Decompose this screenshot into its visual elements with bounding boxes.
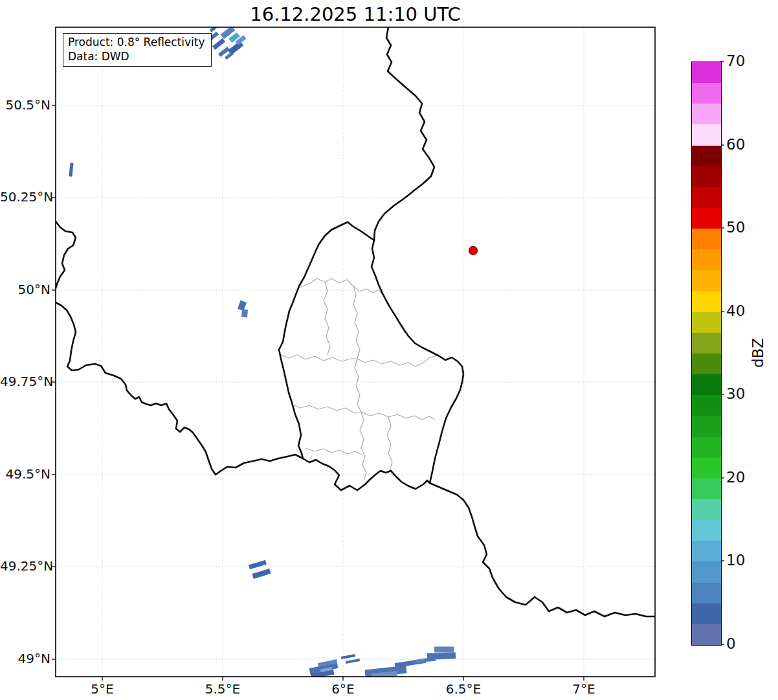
country-border-line [374,27,434,240]
radar-echo [252,569,271,579]
data-source-line: Data: DWD [68,49,205,63]
colorbar-band [692,208,721,229]
colorbar-band [692,104,721,124]
radar-echoes [69,25,456,679]
canton-border-line [291,404,361,413]
colorbar-tick-label: 0 [726,635,736,652]
colorbar-tick-label: 20 [726,469,745,486]
graticule-gridlines [56,27,655,677]
radar-echo [228,41,243,55]
canton-border-line [353,286,360,359]
y-tick-label: 50°N [0,282,50,297]
colorbar-band [692,146,721,166]
colorbar-band [692,437,721,458]
radar-echo [238,300,247,311]
y-tick-label: 50.5°N [0,97,50,113]
canton-border-line [280,355,357,361]
colorbar-band [692,62,721,83]
x-tick-label: 5.5°E [194,681,252,697]
country-border-line [372,240,463,483]
colorbar-band [692,333,721,354]
colorbar-tick-label: 40 [726,302,745,319]
colorbar-band [692,249,721,270]
colorbar-band [692,458,721,479]
radar-echo [212,38,225,50]
country-border-line [56,221,76,288]
radar-echo [241,310,248,318]
radar-map-figure: 16.12.2025 11:10 UTC Product: 0.8° Refle… [0,0,778,700]
colorbar-band [692,583,721,604]
colorbar-band [692,416,721,436]
canton-border-line [387,417,394,477]
canton-border-line [360,412,366,480]
colorbar-band [692,166,721,187]
colorbar-band [692,124,721,145]
country-border-line [348,222,374,240]
colorbar-tick-label: 50 [726,219,745,236]
x-tick-label: 6.5°E [434,681,493,697]
colorbar-band [692,83,721,104]
plot-frame [56,27,655,677]
radar-echo [225,52,234,60]
map-canvas [0,0,778,700]
colorbar-band [692,354,721,374]
radar-echo [341,654,355,659]
colorbar-band [692,291,721,312]
colorbar-tick-label: 70 [726,52,745,69]
canton-border-line [324,282,330,355]
colorbar-band [692,229,721,249]
y-tick-label: 49.5°N [0,466,50,482]
colorbar-tick-label: 30 [726,385,745,402]
y-tick-label: 49.75°N [0,374,50,389]
country-border-line [56,302,303,475]
colorbar-tick-label: 60 [726,136,745,153]
colorbar-band [692,187,721,208]
radar-echo [210,25,218,32]
y-tick-label: 50.25°N [0,189,50,205]
page-title: 16.12.2025 11:10 UTC [56,3,655,25]
canton-borders [280,278,438,480]
x-tick-label: 6°E [314,681,372,697]
x-tick-label: 7°E [555,681,613,697]
colorbar-band [692,374,721,395]
colorbar-band [692,499,721,520]
canton-border-line [306,448,362,455]
colorbar-band [692,604,721,624]
canton-border-line [357,356,438,367]
colorbar-band [692,624,721,645]
canton-border-line [300,278,353,288]
y-tick-label: 49°N [0,651,50,666]
colorbar-band [692,270,721,291]
radar-echo [434,647,454,653]
radar-echo [69,163,73,176]
colorbar-band [692,479,721,499]
country-border-line [279,222,348,458]
colorbar-tick-label: 10 [726,552,745,569]
x-tick-label: 5°E [73,681,131,697]
colorbar-unit-label: dBZ [750,333,768,372]
colorbar-band [692,395,721,416]
product-info-box: Product: 0.8° Reflectivity Data: DWD [63,33,212,67]
colorbar-band [692,541,721,561]
canton-border-line [361,412,435,420]
colorbar-band [692,561,721,582]
map-plot-area [56,25,655,679]
canton-border-line [355,359,361,412]
country-borders [56,27,655,616]
colorbar-band [692,520,721,541]
axis-tick-marks [52,62,724,681]
y-tick-label: 49.25°N [0,558,50,574]
colorbar-band [692,312,721,333]
radar-echo [249,560,267,570]
reflectivity-colorbar [691,62,722,646]
product-info-line: Product: 0.8° Reflectivity [68,35,205,49]
canton-border-line [353,286,383,295]
radar-location-marker [469,247,478,255]
